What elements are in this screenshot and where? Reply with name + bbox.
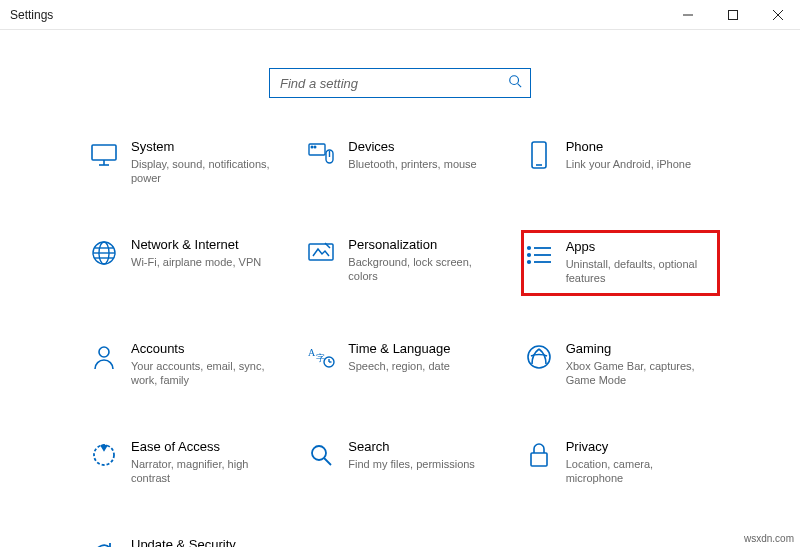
tile-title: Personalization <box>348 237 493 253</box>
window-controls <box>665 0 800 30</box>
close-icon <box>773 10 783 20</box>
settings-grid: System Display, sound, notifications, po… <box>80 132 720 547</box>
svg-line-5 <box>518 84 522 88</box>
tile-desc: Bluetooth, printers, mouse <box>348 157 493 171</box>
search-wrap <box>0 68 800 98</box>
tile-desc: Location, camera, microphone <box>566 457 711 485</box>
tile-ease-of-access[interactable]: Ease of Access Narrator, magnifier, high… <box>86 432 285 492</box>
svg-text:A: A <box>308 347 316 358</box>
tile-privacy[interactable]: Privacy Location, camera, microphone <box>521 432 720 492</box>
maximize-icon <box>728 10 738 20</box>
tile-title: Search <box>348 439 493 455</box>
search-input[interactable] <box>278 75 508 92</box>
titlebar: Settings <box>0 0 800 30</box>
apps-icon <box>524 240 554 270</box>
tile-network[interactable]: Network & Internet Wi-Fi, airplane mode,… <box>86 230 285 296</box>
phone-icon <box>524 140 554 170</box>
tile-accounts[interactable]: Accounts Your accounts, email, sync, wor… <box>86 334 285 394</box>
tile-desc: Display, sound, notifications, power <box>131 157 276 185</box>
tile-time-language[interactable]: A字 Time & Language Speech, region, date <box>303 334 502 394</box>
tile-desc: Wi-Fi, airplane mode, VPN <box>131 255 276 269</box>
tile-update-security[interactable]: Update & Security Windows Update, recove… <box>86 530 285 547</box>
svg-rect-6 <box>92 145 116 160</box>
tile-desc: Speech, region, date <box>348 359 493 373</box>
time-language-icon: A字 <box>306 342 336 372</box>
svg-point-23 <box>527 247 529 249</box>
tile-title: Ease of Access <box>131 439 276 455</box>
tile-phone[interactable]: Phone Link your Android, iPhone <box>521 132 720 192</box>
tile-desc: Find my files, permissions <box>348 457 493 471</box>
globe-icon <box>89 238 119 268</box>
tile-title: Update & Security <box>131 537 276 547</box>
svg-rect-1 <box>728 11 737 20</box>
tile-title: Devices <box>348 139 493 155</box>
tile-desc: Uninstall, defaults, optional features <box>566 257 711 285</box>
svg-point-29 <box>99 347 109 357</box>
tile-title: Privacy <box>566 439 711 455</box>
svg-point-11 <box>315 146 317 148</box>
paint-icon <box>306 238 336 268</box>
tile-title: Phone <box>566 139 711 155</box>
devices-icon <box>306 140 336 170</box>
close-button[interactable] <box>755 0 800 30</box>
svg-rect-39 <box>531 453 547 466</box>
tile-desc: Your accounts, email, sync, work, family <box>131 359 276 387</box>
svg-point-24 <box>527 254 529 256</box>
watermark: wsxdn.com <box>744 533 794 544</box>
svg-rect-14 <box>532 142 546 168</box>
tile-title: Apps <box>566 239 711 255</box>
minimize-button[interactable] <box>665 0 710 30</box>
tile-search[interactable]: Search Find my files, permissions <box>303 432 502 492</box>
tile-desc: Link your Android, iPhone <box>566 157 711 171</box>
system-icon <box>89 140 119 170</box>
person-icon <box>89 342 119 372</box>
window-title: Settings <box>10 8 53 22</box>
lock-icon <box>524 440 554 470</box>
tile-apps[interactable]: Apps Uninstall, defaults, optional featu… <box>521 230 720 296</box>
tile-title: Accounts <box>131 341 276 357</box>
search-box[interactable] <box>269 68 531 98</box>
search-icon <box>508 74 522 92</box>
svg-point-37 <box>312 446 326 460</box>
ease-of-access-icon <box>89 440 119 470</box>
svg-line-38 <box>324 458 331 465</box>
tile-devices[interactable]: Devices Bluetooth, printers, mouse <box>303 132 502 192</box>
tile-gaming[interactable]: Gaming Xbox Game Bar, captures, Game Mod… <box>521 334 720 394</box>
tile-personalization[interactable]: Personalization Background, lock screen,… <box>303 230 502 296</box>
maximize-button[interactable] <box>710 0 755 30</box>
minimize-icon <box>683 10 693 20</box>
tile-title: System <box>131 139 276 155</box>
magnifier-icon <box>306 440 336 470</box>
svg-point-10 <box>312 146 314 148</box>
tile-title: Time & Language <box>348 341 493 357</box>
tile-title: Gaming <box>566 341 711 357</box>
tile-system[interactable]: System Display, sound, notifications, po… <box>86 132 285 192</box>
tile-desc: Narrator, magnifier, high contrast <box>131 457 276 485</box>
svg-point-4 <box>510 76 519 85</box>
svg-point-25 <box>527 261 529 263</box>
gaming-icon <box>524 342 554 372</box>
tile-title: Network & Internet <box>131 237 276 253</box>
tile-desc: Xbox Game Bar, captures, Game Mode <box>566 359 711 387</box>
update-icon <box>89 538 119 547</box>
tile-desc: Background, lock screen, colors <box>348 255 493 283</box>
